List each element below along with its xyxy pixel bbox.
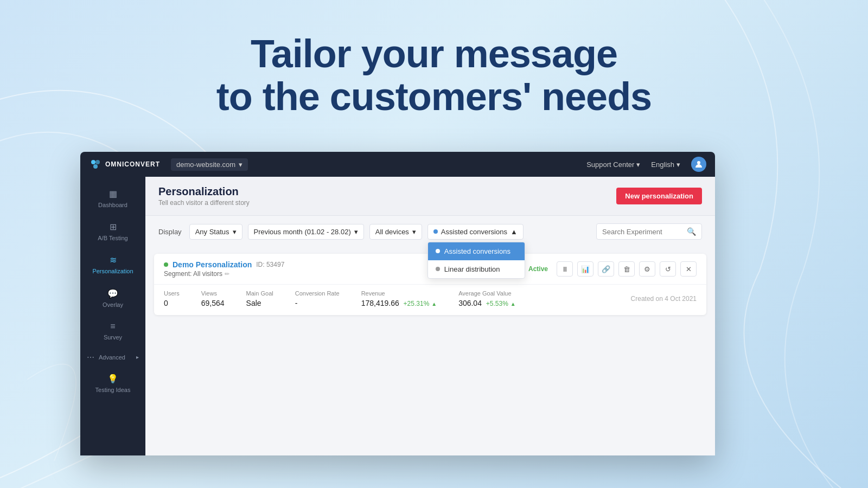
date-chevron: ▾ [354,228,358,236]
domain-label: demo-website.com [176,160,235,169]
sidebar: ▦ Dashboard ⊞ A/B Testing ≋ Personalizat… [80,177,145,455]
svg-point-2 [93,164,98,169]
page-header: Personalization Tell each visitor a diff… [145,177,715,216]
device-chevron: ▾ [412,228,416,236]
survey-icon: ≡ [110,322,115,331]
dashboard-icon: ▦ [109,189,117,199]
display-label: Display [158,228,182,236]
dropdown-label-linear: Linear distribution [444,265,500,273]
revenue-pct: +25.31% [404,300,430,307]
status-badge: Active [528,265,548,273]
support-chevron: ▾ [636,160,640,169]
pause-button[interactable]: ⏸ [557,261,573,277]
personalization-icon: ≋ [110,255,117,265]
stat-views: Views 69,564 [201,290,225,307]
lang-chevron: ▾ [676,160,680,169]
svg-point-1 [95,160,100,164]
segment-label: Segment: All visitors [164,270,222,278]
experiment-info: Demo Personalization ID: 53497 Segment: … [164,260,284,278]
conversion-dropdown-menu: Assisted conversions Linear distribution [427,242,525,279]
advanced-icon: ⋯ [87,353,94,362]
filter-bar: Display Any Status ▾ Previous month (01.… [145,216,715,247]
table-area: Demo Personalization ID: 53497 Segment: … [145,247,715,455]
conversion-dot-icon [433,229,438,234]
stat-conversion-rate: Conversion Rate - [295,290,340,307]
avg-goal-value: 306.04 +5.53% ▲ [458,299,516,307]
experiment-name[interactable]: Demo Personalization [173,260,252,269]
experiment-segment: Segment: All visitors ✏ [164,270,284,278]
refresh-button[interactable]: ↺ [660,261,676,277]
sidebar-label-overlay: Overlay [103,301,123,309]
stat-goal: Main Goal Sale [246,290,273,307]
sidebar-label-advanced: Advanced [99,354,125,361]
conv-rate-label: Conversion Rate [295,290,340,297]
app-body: ▦ Dashboard ⊞ A/B Testing ≋ Personalizat… [80,177,715,455]
advanced-arrow: ▸ [136,354,139,360]
experiment-stats: Users 0 Views 69,564 Main Goal Sale Co [154,285,706,315]
support-label: Support Center [586,160,634,169]
overlay-icon: 💬 [107,288,118,299]
conversion-filter[interactable]: Assisted conversions ▲ [427,224,524,240]
abtesting-icon: ⊞ [110,222,117,232]
sidebar-item-advanced[interactable]: ⋯ Advanced ▸ [80,348,145,367]
logo-text: OMNICONVERT [105,160,160,168]
sidebar-item-abtesting[interactable]: ⊞ A/B Testing [80,215,145,248]
experiment-status-dot [164,262,168,267]
status-value: Any Status [195,228,229,236]
search-box[interactable]: 🔍 [596,223,702,240]
support-center-button[interactable]: Support Center ▾ [586,160,640,169]
app-logo: OMNICONVERT [89,158,160,171]
created-date: Created on 4 Oct 2021 [631,295,697,303]
user-avatar[interactable] [691,157,706,172]
sidebar-label-abtesting: A/B Testing [98,235,127,242]
device-value: All devices [375,228,409,236]
sidebar-item-survey[interactable]: ≡ Survey [80,315,145,348]
avg-goal-arrow-icon: ▲ [510,301,516,307]
language-selector[interactable]: English ▾ [651,160,680,169]
users-label: Users [164,290,180,297]
sidebar-item-dashboard[interactable]: ▦ Dashboard [80,182,145,215]
status-filter[interactable]: Any Status ▾ [189,224,242,240]
sidebar-item-overlay[interactable]: 💬 Overlay [80,282,145,315]
close-button[interactable]: ✕ [680,261,697,277]
status-chevron: ▾ [233,228,237,236]
advanced-left: ⋯ Advanced [87,353,125,362]
sidebar-item-personalization[interactable]: ≋ Personalization [80,248,145,281]
experiment-actions: Active ⏸ 📊 🔗 🗑 ⚙ ↺ ✕ [528,261,697,277]
stat-avg-goal: Average Goal Value 306.04 +5.53% ▲ [458,290,516,307]
avg-goal-pct: +5.53% [486,300,508,307]
domain-chevron: ▾ [239,160,242,169]
hero-line2: to the customers' needs [216,75,652,118]
svg-point-0 [91,160,95,164]
settings-button[interactable]: ⚙ [639,261,655,277]
revenue-value: 178,419.66 +25.31% ▲ [361,299,437,307]
domain-selector[interactable]: demo-website.com ▾ [171,158,248,171]
link-button[interactable]: 🔗 [598,261,614,277]
chart-button[interactable]: 📊 [577,261,593,277]
segment-edit-icon[interactable]: ✏ [225,271,229,278]
revenue-label: Revenue [361,290,437,297]
experiment-id: ID: 53497 [256,261,284,268]
sidebar-label-survey: Survey [104,334,122,341]
views-label: Views [201,290,225,297]
testing-ideas-icon: 💡 [107,374,118,384]
delete-button[interactable]: 🗑 [618,261,635,277]
search-input[interactable] [602,228,684,236]
new-personalization-button[interactable]: New personalization [616,188,702,204]
lang-label: English [651,160,674,169]
goal-label: Main Goal [246,290,273,297]
revenue-arrow-icon: ▲ [431,301,437,307]
views-value: 69,564 [201,299,225,307]
search-icon: 🔍 [687,227,696,236]
date-range-filter[interactable]: Previous month (01.02 - 28.02) ▾ [248,224,364,240]
dropdown-item-assisted[interactable]: Assisted conversions [428,242,525,260]
app-window: OMNICONVERT demo-website.com ▾ Support C… [80,152,715,455]
device-filter[interactable]: All devices ▾ [369,224,422,240]
stat-users: Users 0 [164,290,180,307]
stat-revenue: Revenue 178,419.66 +25.31% ▲ [361,290,437,307]
svg-point-3 [697,161,700,164]
dropdown-item-linear[interactable]: Linear distribution [428,260,525,278]
date-range-value: Previous month (01.02 - 28.02) [254,228,351,236]
sidebar-item-testing-ideas[interactable]: 💡 Testing Ideas [80,367,145,400]
sidebar-label-personalization: Personalization [92,268,133,275]
